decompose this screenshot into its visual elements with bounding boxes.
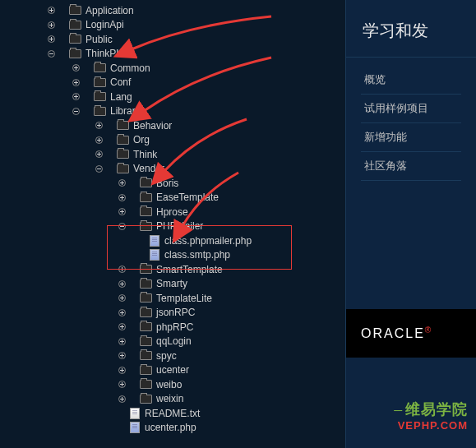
tree-label: qqLogin [156,335,192,347]
expand-icon[interactable] [48,7,55,14]
tree-file-readme[interactable]: README.txt [7,406,345,421]
expand-icon[interactable] [72,93,80,100]
file-php-icon [150,235,159,247]
tree-folder-think[interactable]: Think [7,147,345,162]
tree-folder-thinkphp[interactable]: ThinkPHP [7,47,345,62]
expand-icon[interactable] [48,21,55,29]
expand-icon[interactable] [72,64,80,72]
tree-label: EaseTemplate [156,192,219,203]
tree-folder-public[interactable]: Public [7,32,345,47]
expand-icon[interactable] [118,367,126,374]
link-community[interactable]: 社区角落 [361,152,461,181]
expand-icon[interactable] [95,136,103,144]
expand-icon[interactable] [118,179,126,187]
tree-label: weixin [156,393,183,404]
file-tree[interactable]: Application LoginApi Public ThinkPHP Com… [0,0,345,448]
tree-label: Application [85,5,134,16]
expand-icon[interactable] [118,381,126,388]
folder-icon [140,265,152,274]
folder-icon [94,107,106,116]
file-php-icon [150,249,159,261]
tree-folder-qqlogin[interactable]: qqLogin [7,335,345,349]
tree-label: README.txt [145,408,200,419]
collapse-icon[interactable] [72,108,80,115]
file-php-icon [130,422,140,433]
tree-folder-vendor[interactable]: Vendor [7,162,345,177]
folder-icon [140,207,152,216]
folder-icon [140,178,152,187]
folder-icon [69,6,81,15]
expand-icon[interactable] [72,79,80,86]
tree-file-ucenterphp[interactable]: ucenter.php [7,421,345,436]
tree-label: Think [133,149,157,160]
tree-folder-smarty[interactable]: Smarty [7,277,345,292]
link-samples[interactable]: 试用样例项目 [361,95,461,123]
folder-icon [117,121,129,130]
folder-icon [140,380,152,389]
tree-folder-jsonrpc[interactable]: jsonRPC [7,306,345,321]
tree-folder-easetemplate[interactable]: EaseTemplate [7,191,345,206]
tree-label: weibo [156,379,182,390]
tree-folder-phprpc[interactable]: phpRPC [7,320,345,335]
tree-folder-templatelite[interactable]: TemplateLite [7,291,345,306]
expand-icon[interactable] [118,338,126,345]
tree-label: Common [110,62,150,74]
collapse-icon[interactable] [48,50,55,58]
watermark: ─ 维易学院 VEPHP.COM [394,400,468,432]
folder-icon [117,150,129,159]
tree-label: Public [85,34,113,45]
folder-icon [140,366,152,375]
expand-icon[interactable] [118,323,126,330]
tree-folder-phpmailer[interactable]: PHPMailer [7,219,345,234]
expand-icon[interactable] [118,266,126,273]
oracle-logo: ORACLE® [346,309,476,358]
tree-folder-smarttemplate[interactable]: SmartTemplate [7,262,345,277]
expand-icon[interactable] [95,122,103,129]
expand-icon[interactable] [118,395,126,403]
collapse-icon[interactable] [95,165,103,173]
collapse-icon[interactable] [118,223,126,230]
tree-label: class.phpmailer.php [164,235,252,247]
tree-folder-application[interactable]: Application [7,3,345,18]
tree-label: ucenter [156,364,189,376]
tree-folder-common[interactable]: Common [7,61,345,76]
tree-label: Smarty [156,278,187,289]
right-panel: 学习和发 概览 试用样例项目 新增功能 社区角落 ORACLE® [345,0,476,448]
tree-folder-conf[interactable]: Conf [7,76,345,90]
tree-folder-hprose[interactable]: Hprose [7,205,345,219]
expand-icon[interactable] [95,150,103,158]
expand-icon[interactable] [118,309,126,316]
tree-folder-library[interactable]: Library [7,104,345,119]
expand-icon[interactable] [118,294,126,302]
folder-icon [140,193,152,202]
folder-icon [140,337,152,346]
tree-folder-spyc[interactable]: spyc [7,349,345,363]
expand-icon[interactable] [118,208,126,215]
tree-file-smtp[interactable]: class.smtp.php [7,248,345,263]
tree-folder-loginapi[interactable]: LoginApi [7,18,345,33]
link-overview[interactable]: 概览 [361,66,461,95]
tree-folder-boris[interactable]: Boris [7,176,345,191]
tree-label: PHPMailer [156,220,203,232]
tree-label: Vendor [133,163,164,174]
tree-folder-lang[interactable]: Lang [7,90,345,104]
folder-icon [140,322,152,331]
tree-folder-ucenter[interactable]: ucenter [7,363,345,378]
expand-icon[interactable] [118,352,126,359]
expand-icon[interactable] [118,280,126,288]
folder-icon [94,92,106,101]
folder-icon [140,308,152,317]
tree-label: Lang [110,91,132,103]
folder-icon [140,279,152,289]
tree-folder-org[interactable]: Org [7,133,345,148]
folder-icon [140,222,152,231]
expand-icon[interactable] [48,35,55,43]
link-whatsnew[interactable]: 新增功能 [361,123,461,152]
folder-icon [117,164,129,173]
tree-folder-weibo[interactable]: weibo [7,377,345,392]
tree-folder-weixin[interactable]: weixin [7,392,345,407]
tree-file-phpmailer[interactable]: class.phpmailer.php [7,233,345,248]
tree-label: Conf [110,76,131,88]
tree-folder-behavior[interactable]: Behavior [7,118,345,133]
expand-icon[interactable] [118,194,126,201]
